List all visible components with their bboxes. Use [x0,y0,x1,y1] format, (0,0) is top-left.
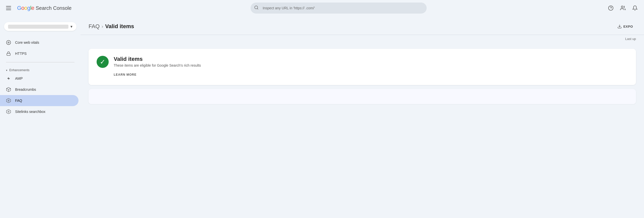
card-top: ✓ Valid items These items are eligible f… [97,56,628,78]
sidebar-item-label: Breadcrumbs [15,88,36,92]
partial-card [89,89,636,104]
sidebar-divider [6,62,74,62]
app-title: Search Console [36,5,71,11]
svg-point-4 [621,6,623,8]
help-button[interactable] [606,3,616,13]
learn-more-button[interactable]: LEARN MORE [114,71,137,78]
search-icon [254,5,259,11]
breadcrumb-current: Valid items [105,23,134,30]
notifications-button[interactable] [630,3,640,13]
cards-area: ✓ Valid items These items are eligible f… [80,43,644,110]
property-selector-value [8,25,68,29]
sidebar-item-label: HTTPS [15,52,27,56]
property-selector[interactable]: ▾ [4,22,76,31]
svg-marker-8 [7,77,10,80]
svg-line-10 [7,89,9,90]
card-title: Valid items [114,56,628,62]
breadcrumbs-icon [6,87,11,92]
sidebar-item-label: FAQ [15,99,22,103]
amp-icon [6,76,11,81]
sitelinks-searchbox-icon [6,109,11,114]
url-search-bar [251,3,427,14]
svg-point-5 [7,40,11,45]
sidebar-item-amp[interactable]: AMP [0,73,78,84]
chevron-down-icon: ▾ [6,69,7,72]
url-search-input[interactable] [251,3,427,14]
sidebar-item-breadcrumbs[interactable]: Breadcrumbs [0,84,78,95]
svg-point-6 [8,42,9,43]
faq-icon [6,98,11,103]
svg-marker-14 [7,110,11,114]
header-icons [606,3,640,13]
checkmark-icon: ✓ [100,59,105,65]
svg-line-11 [9,89,11,90]
accounts-button[interactable] [618,3,628,13]
svg-point-15 [8,111,9,112]
main-layout: ▾ Core web vitals HTTPS [0,16,644,218]
card-subtitle: These items are eligible for Google Sear… [114,63,628,67]
svg-point-13 [8,100,9,101]
svg-rect-7 [7,53,10,55]
export-button[interactable]: EXPO [614,22,636,31]
export-label: EXPO [623,25,633,28]
app-header: Google Search Console [0,0,644,16]
sidebar-item-core-web-vitals[interactable]: Core web vitals [0,37,78,48]
svg-line-1 [257,8,258,9]
sidebar-item-sitelinks-searchbox[interactable]: Sitelinks searchbox [0,106,78,117]
breadcrumb-separator: › [102,24,103,29]
card-text: Valid items These items are eligible for… [114,56,628,78]
valid-items-card: ✓ Valid items These items are eligible f… [89,49,636,85]
sidebar-item-label: Core web vitals [15,40,39,45]
sidebar-item-label: Sitelinks searchbox [15,110,46,114]
valid-status-icon: ✓ [97,56,109,68]
breadcrumb: FAQ › Valid items [89,23,134,30]
breadcrumb-parent[interactable]: FAQ [89,23,100,30]
last-updated-text: Last up [80,35,644,43]
main-content: FAQ › Valid items EXPO Last up [80,16,644,218]
sidebar-item-label: AMP [15,76,23,80]
sidebar-item-https[interactable]: HTTPS [0,48,78,59]
page-header: FAQ › Valid items EXPO [80,16,644,35]
logo-area: Google Search Console [17,5,71,11]
enhancements-section-label: ▾ Enhancements [0,65,80,73]
chevron-down-icon: ▾ [70,24,72,29]
hamburger-menu-button[interactable] [4,4,13,12]
sidebar-item-faq[interactable]: FAQ [0,95,78,106]
sidebar: ▾ Core web vitals HTTPS [0,16,80,218]
google-logo: Google [17,5,34,11]
svg-marker-12 [7,99,11,103]
core-web-vitals-icon [6,40,11,45]
https-lock-icon [6,51,11,56]
